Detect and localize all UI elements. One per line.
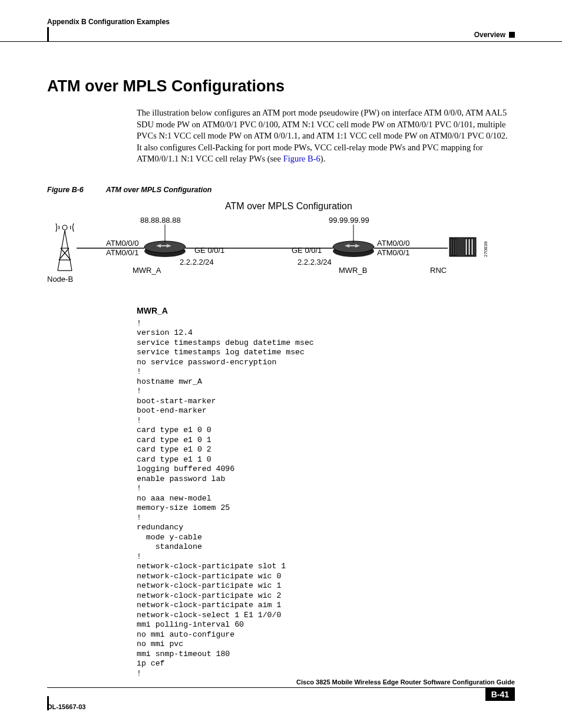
svg-line-2 [65, 230, 72, 271]
label-sub-b: 2.2.2.3/24 [297, 258, 332, 266]
config-code: ! version 12.4 service timestamps debug … [137, 319, 515, 679]
sub-heading-mwr-a: MWR_A [137, 306, 515, 315]
intro-text-2: ). [320, 154, 325, 163]
figure-caption: Figure B-6 ATM over MPLS Configuration [47, 186, 515, 194]
label-fignum: 270639 [483, 241, 488, 257]
label-ip-a: 88.88.88.88 [140, 216, 181, 225]
figure-title: ATM over MPLS Configuration [106, 186, 212, 194]
header-right: Overview [474, 31, 505, 39]
svg-rect-14 [453, 239, 454, 255]
label-b-atm00: ATM0/0/0 [377, 239, 409, 248]
svg-rect-17 [468, 239, 470, 255]
label-b-ge: GE 0/0/1 [292, 246, 322, 255]
figure-number: Figure B-6 [47, 186, 84, 194]
label-node-b: Node-B [47, 275, 73, 284]
footer-doc: OL-15667-03 [47, 703, 85, 710]
page-number: B-41 [485, 688, 515, 701]
network-diagram: ATM over MPLS Configuration [47, 201, 515, 289]
page-header: Appendix B Configuration Examples Overvi… [0, 0, 562, 42]
intro-paragraph: The illustration below configures an ATM… [137, 107, 515, 165]
label-a-ge: GE 0/0/1 [194, 246, 224, 255]
header-left: Appendix B Configuration Examples [47, 18, 170, 39]
label-a-atm00: ATM0/0/0 [106, 239, 138, 248]
svg-point-9 [144, 241, 186, 253]
svg-point-0 [62, 225, 67, 230]
label-mwr-b: MWR_B [339, 266, 367, 275]
svg-rect-15 [455, 239, 457, 255]
header-mark-icon [509, 32, 515, 38]
main-heading: ATM over MPLS Configurations [47, 77, 515, 95]
svg-line-1 [58, 230, 65, 271]
svg-rect-18 [471, 239, 473, 255]
content: ATM over MPLS Configurations The illustr… [0, 77, 562, 678]
label-sub-a: 2.2.2.2/24 [180, 258, 214, 266]
label-ip-b: 99.99.99.99 [329, 216, 369, 225]
figure-link[interactable]: Figure B-6 [283, 154, 320, 163]
svg-rect-13 [451, 239, 452, 255]
label-a-atm01: ATM0/0/1 [106, 248, 138, 257]
label-b-atm01: ATM0/0/1 [377, 248, 409, 257]
page-footer: Cisco 3825 Mobile Wireless Edge Router S… [47, 678, 515, 710]
label-mwr-a: MWR_A [133, 266, 161, 275]
label-rnc: RNC [430, 266, 447, 275]
footer-title: Cisco 3825 Mobile Wireless Edge Router S… [47, 678, 515, 687]
svg-rect-16 [465, 239, 467, 255]
svg-point-11 [333, 241, 374, 253]
